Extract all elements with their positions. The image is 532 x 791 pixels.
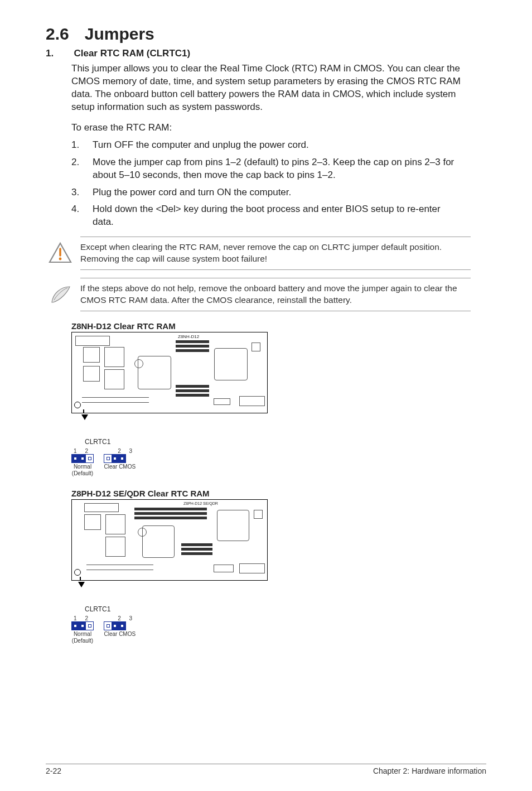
mounting-hole [74, 569, 81, 576]
step-text: Plug the power cord and turn ON the comp… [93, 186, 462, 199]
page-footer: 2-22 Chapter 2: Hardware information [46, 764, 486, 775]
note-callout: If the steps above do not help, remove t… [46, 278, 486, 311]
arrow-down-icon [81, 414, 88, 420]
jumper-pin-off [86, 622, 93, 630]
board-component [214, 398, 230, 405]
dimm-slot [176, 340, 209, 343]
pins-range: 2 3 [118, 615, 136, 621]
step-row: 3. Plug the power cord and turn ON the c… [71, 186, 462, 199]
board-hole [138, 528, 147, 537]
board-component [105, 537, 125, 557]
board-component [254, 510, 263, 519]
edge-connector [86, 565, 153, 570]
jumper-pin-on [112, 622, 119, 630]
edge-connector [82, 397, 149, 403]
step-row: 4. Hold down the <Del> key during the bo… [71, 203, 462, 229]
step-number: 3. [71, 186, 93, 199]
pins-range: 1 2 [74, 615, 91, 621]
section-title: Jumpers [85, 25, 154, 43]
step-number: 4. [71, 203, 93, 229]
dimm-slot [134, 508, 207, 510]
page-number: 2-22 [46, 766, 61, 775]
dimm-slot [134, 512, 207, 515]
chapter-label: Chapter 2: Hardware information [373, 766, 486, 775]
section-number: 2.6 [46, 25, 69, 44]
jumper-pin-on [79, 455, 86, 462]
board-component [105, 514, 125, 534]
item-title: Clear RTC RAM (CLRTC1) [74, 48, 190, 59]
step-row: 1. Turn OFF the computer and unplug the … [71, 139, 462, 152]
jumper-state-normal: 1 2 Normal (Default) [71, 615, 94, 644]
board-component [83, 366, 100, 382]
step-text: Turn OFF the computer and unplug the pow… [93, 139, 462, 152]
board-component [83, 347, 100, 363]
jumper-pin-on [119, 455, 126, 462]
svg-point-2 [59, 258, 62, 261]
jumper-state-clear: 2 3 Clear CMOS [104, 448, 136, 470]
board-label: Z8PH-D12 SE/QDR [183, 501, 218, 505]
board-component [75, 336, 110, 346]
board-component [252, 343, 260, 351]
diagram-z8ph: Z8PH-D12 SE/QDR Clear RTC RAM Z8PH-D12 S… [71, 489, 486, 644]
paragraph-lead: To erase the RTC RAM: [71, 122, 462, 134]
board-component [214, 565, 234, 572]
dimm-slot [181, 548, 212, 551]
step-row: 2. Move the jumper cap from pins 1–2 (de… [71, 156, 462, 182]
dimm-slot [176, 389, 209, 392]
board-component [84, 514, 101, 530]
step-number: 1. [71, 139, 93, 152]
section-heading: 2.6Jumpers [46, 25, 486, 44]
jumper-state-label: Clear CMOS [104, 464, 136, 470]
jumper-pin-off [104, 622, 112, 630]
jumper-state-label: Normal [71, 464, 94, 470]
arrow-down-icon [78, 582, 85, 587]
board-component [104, 369, 124, 389]
mounting-hole [74, 402, 81, 408]
step-number: 2. [71, 156, 93, 182]
note-icon [46, 278, 75, 305]
pins-range: 1 2 [74, 448, 91, 454]
jumper-name: CLRTC1 [85, 605, 486, 613]
step-text: Hold down the <Del> key during the boot … [93, 203, 462, 229]
cpu-socket [217, 510, 249, 541]
dimm-slot [176, 345, 209, 348]
warning-text: Except when clearing the RTC RAM, never … [80, 237, 471, 270]
cpu-socket [138, 356, 171, 389]
cpu-socket [214, 348, 248, 380]
board-component [84, 503, 119, 512]
diagram-z8nh: Z8NH-D12 Clear RTC RAM Z8NH-D12 [71, 321, 486, 476]
jumper-state-clear: 2 3 Clear CMOS [104, 615, 136, 638]
jumper-state-label: Normal [71, 631, 94, 637]
dimm-slot [176, 394, 209, 397]
board-component [104, 347, 124, 367]
board-hole [134, 359, 143, 368]
board-component [239, 396, 265, 406]
cpu-socket [142, 525, 175, 558]
board-label: Z8NH-D12 [178, 334, 199, 339]
dimm-slot [176, 385, 209, 388]
pins-range: 2 3 [118, 448, 136, 454]
dimm-slot [181, 552, 212, 555]
dimm-slot [176, 349, 209, 352]
jumper-pin-off [104, 455, 112, 462]
jumper-state-label: Clear CMOS [104, 631, 136, 637]
jumper-pin-on [79, 622, 86, 630]
board-outline: Z8PH-D12 SE/QDR [71, 499, 268, 581]
board-outline: Z8NH-D12 [71, 332, 268, 413]
paragraph-intro: This jumper allows you to clear the Real… [71, 62, 462, 114]
jumper-pin-on [112, 455, 119, 462]
warning-callout: Except when clearing the RTC RAM, never … [46, 237, 486, 270]
dimm-slot [134, 517, 207, 519]
note-text: If the steps above do not help, remove t… [80, 278, 471, 311]
diagram-title: Z8PH-D12 SE/QDR Clear RTC RAM [71, 489, 486, 498]
jumper-state-sub: (Default) [71, 470, 94, 476]
jumper-state-normal: 1 2 Normal (Default) [71, 448, 94, 476]
dimm-slot [181, 543, 212, 546]
board-component [239, 563, 265, 573]
jumper-pin-on [119, 622, 126, 630]
jumper-pin-off [86, 455, 93, 462]
jumper-pin-on [72, 455, 79, 462]
step-text: Move the jumper cap from pins 1–2 (defau… [93, 156, 462, 182]
jumper-pin-on [72, 622, 79, 630]
warning-icon [46, 237, 75, 263]
